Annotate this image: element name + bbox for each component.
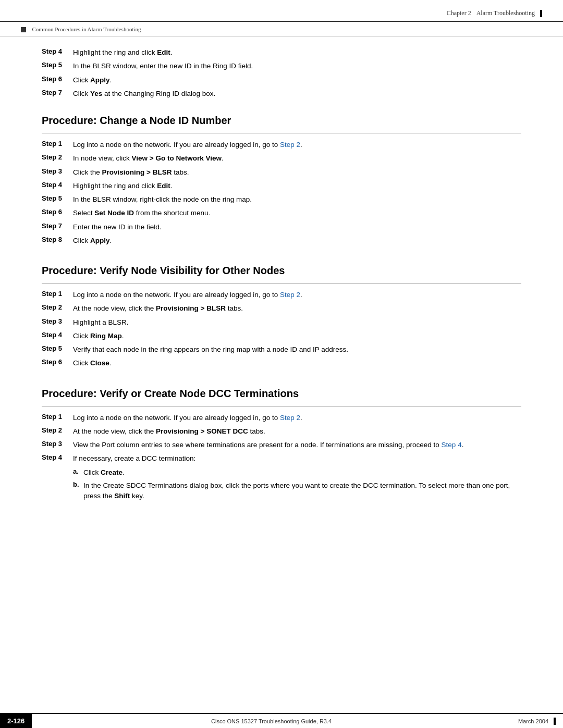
proc1-step-4-content: Highlight the ring and click Edit. [73, 181, 521, 191]
proc1-step1-link[interactable]: Step 2 [280, 141, 300, 149]
proc3-step-1-label: Step 1 [42, 413, 73, 421]
proc3-step-1: Step 1 Log into a node on the network. I… [42, 413, 521, 423]
proc1-step-7-label: Step 7 [42, 222, 73, 230]
header-title: Alarm Troubleshooting [476, 9, 535, 17]
proc1-step-8-label: Step 8 [42, 236, 73, 243]
proc2-step-1: Step 1 Log into a node on the network. I… [42, 290, 521, 300]
proc1-step-3-label: Step 3 [42, 167, 73, 175]
proc1-step-5: Step 5 In the BLSR window, right-click t… [42, 194, 521, 205]
proc2-step-4: Step 4 Click Ring Map. [42, 331, 521, 341]
proc1-step-2-content: In node view, click View > Go to Network… [73, 153, 521, 164]
proc3-step-2: Step 2 At the node view, click the Provi… [42, 426, 521, 437]
proc1-step-7: Step 7 Enter the new ID in the field. [42, 222, 521, 232]
footer-right-text: March 2004 [511, 714, 563, 728]
proc3-substep-b-content: In the Create SDCC Terminations dialog b… [83, 480, 521, 502]
proc1-step-1: Step 1 Log into a node on the network. I… [42, 140, 521, 150]
proc3-substep-a-label: a. [73, 467, 83, 475]
proc2-step-6-content: Click Close. [73, 358, 521, 368]
proc3-step1-link[interactable]: Step 2 [280, 414, 300, 422]
intro-step-4-label: Step 4 [42, 47, 73, 55]
proc2-step-4-label: Step 4 [42, 331, 73, 339]
proc3-step-2-label: Step 2 [42, 426, 73, 434]
footer-center-text: Cisco ONS 15327 Troubleshooting Guide, R… [32, 714, 511, 728]
page-footer: 2-126 Cisco ONS 15327 Troubleshooting Gu… [0, 713, 563, 728]
proc3-step-4-content: If necessary, create a DCC termination: [73, 453, 521, 464]
proc3-step-3: Step 3 View the Port column entries to s… [42, 440, 521, 450]
intro-step-6-content: Click Apply. [73, 75, 521, 85]
proc3-step-2-content: At the node view, click the Provisioning… [73, 426, 521, 437]
proc2-step-5-label: Step 5 [42, 344, 73, 352]
header-chapter: Chapter 2 [447, 9, 471, 17]
proc2-step-1-label: Step 1 [42, 290, 73, 298]
procedure-3-title: Procedure: Verify or Create Node DCC Ter… [42, 388, 521, 400]
intro-step-4-content: Highlight the ring and click Edit. [73, 47, 521, 58]
proc1-step-6-content: Select Set Node ID from the shortcut men… [73, 208, 521, 218]
procedure-3-divider [42, 406, 521, 406]
proc1-step-5-content: In the BLSR window, right-click the node… [73, 194, 521, 205]
intro-step-5-label: Step 5 [42, 61, 73, 69]
proc3-step3-link[interactable]: Step 4 [442, 441, 462, 449]
proc3-step-4-label: Step 4 [42, 453, 73, 461]
footer-right-separator-icon [554, 718, 556, 725]
proc2-step-3-label: Step 3 [42, 317, 73, 325]
procedure-1-steps: Step 1 Log into a node on the network. I… [42, 140, 521, 246]
proc1-step-4: Step 4 Highlight the ring and click Edit… [42, 181, 521, 191]
intro-step-5: Step 5 In the BLSR window, enter the new… [42, 61, 521, 71]
proc1-step-2: Step 2 In node view, click View > Go to … [42, 153, 521, 164]
proc3-step-3-label: Step 3 [42, 440, 73, 448]
procedure-verify-node-visibility: Procedure: Verify Node Visibility for Ot… [42, 265, 521, 369]
proc1-step-2-label: Step 2 [42, 153, 73, 161]
proc3-substep-b: b. In the Create SDCC Terminations dialo… [73, 480, 521, 502]
proc1-step-4-label: Step 4 [42, 181, 73, 189]
intro-step-6: Step 6 Click Apply. [42, 75, 521, 85]
proc2-step-3-content: Highlight a BLSR. [73, 317, 521, 328]
procedure-2-divider [42, 283, 521, 283]
intro-step-6-label: Step 6 [42, 75, 73, 83]
header-separator-icon [540, 10, 542, 17]
proc3-substep-b-label: b. [73, 480, 83, 488]
procedure-1-title: Procedure: Change a Node ID Number [42, 115, 521, 127]
content-area: Step 4 Highlight the ring and click Edit… [0, 37, 563, 562]
proc2-step-4-content: Click Ring Map. [73, 331, 521, 341]
page-header: Chapter 2 Alarm Troubleshooting [0, 0, 563, 22]
proc1-step-8: Step 8 Click Apply. [42, 236, 521, 246]
intro-steps-section: Step 4 Highlight the ring and click Edit… [42, 47, 521, 99]
proc3-substep-a-content: Click Create. [83, 467, 521, 478]
breadcrumb-icon [21, 27, 26, 32]
intro-step-5-content: In the BLSR window, enter the new ID in … [73, 61, 521, 71]
proc1-step-5-label: Step 5 [42, 194, 73, 202]
proc3-step-1-content: Log into a node on the network. If you a… [73, 413, 521, 423]
proc1-step-3: Step 3 Click the Provisioning > BLSR tab… [42, 167, 521, 178]
procedure-verify-create-dcc: Procedure: Verify or Create Node DCC Ter… [42, 388, 521, 502]
procedure-1-divider [42, 133, 521, 133]
procedure-change-node-id: Procedure: Change a Node ID Number Step … [42, 115, 521, 246]
proc2-step-2: Step 2 At the node view, click the Provi… [42, 303, 521, 314]
proc2-step-5: Step 5 Verify that each node in the ring… [42, 344, 521, 355]
procedure-2-title: Procedure: Verify Node Visibility for Ot… [42, 265, 521, 277]
procedure-2-steps: Step 1 Log into a node on the network. I… [42, 290, 521, 369]
breadcrumb-bar: Common Procedures in Alarm Troubleshooti… [0, 22, 563, 37]
breadcrumb-text: Common Procedures in Alarm Troubleshooti… [32, 26, 141, 32]
proc2-step-3: Step 3 Highlight a BLSR. [42, 317, 521, 328]
proc2-step1-link[interactable]: Step 2 [280, 291, 300, 299]
intro-step-7-label: Step 7 [42, 89, 73, 96]
proc3-substep-a: a. Click Create. [73, 467, 521, 478]
proc1-step-1-label: Step 1 [42, 140, 73, 147]
intro-step-7-content: Click Yes at the Changing Ring ID dialog… [73, 89, 521, 99]
proc3-step-3-content: View the Port column entries to see wher… [73, 440, 521, 450]
proc2-step-1-content: Log into a node on the network. If you a… [73, 290, 521, 300]
proc1-step-6: Step 6 Select Set Node ID from the short… [42, 208, 521, 218]
page-container: Chapter 2 Alarm Troubleshooting Common P… [0, 0, 563, 728]
footer-date: March 2004 [518, 718, 548, 724]
proc1-step-7-content: Enter the new ID in the field. [73, 222, 521, 232]
proc1-step-3-content: Click the Provisioning > BLSR tabs. [73, 167, 521, 178]
intro-step-4: Step 4 Highlight the ring and click Edit… [42, 47, 521, 58]
proc2-step-5-content: Verify that each node in the ring appear… [73, 344, 521, 355]
proc2-step-2-content: At the node view, click the Provisioning… [73, 303, 521, 314]
procedure-3-steps: Step 1 Log into a node on the network. I… [42, 413, 521, 502]
footer-page-number: 2-126 [0, 714, 32, 728]
proc2-step-6-label: Step 6 [42, 358, 73, 366]
proc2-step-6: Step 6 Click Close. [42, 358, 521, 368]
proc2-step-2-label: Step 2 [42, 303, 73, 311]
proc1-step-6-label: Step 6 [42, 208, 73, 216]
